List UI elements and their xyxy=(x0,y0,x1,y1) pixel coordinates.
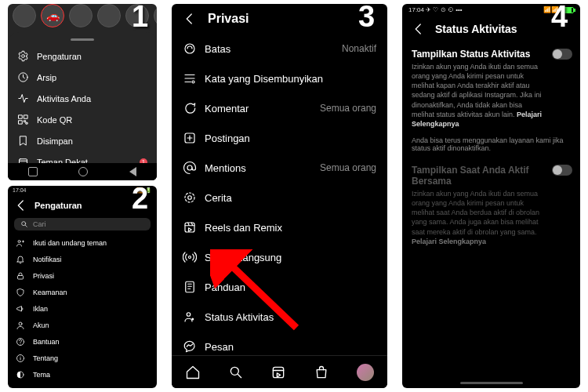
privacy-item-mentions[interactable]: Mentions Semua orang xyxy=(172,153,387,183)
reels-icon[interactable] xyxy=(270,365,286,380)
back-icon[interactable] xyxy=(183,12,197,26)
screenshot-1-profile-menu: 🚗 Pengaturan Arsip Aktivitas Anda Kode Q… xyxy=(8,4,157,180)
story-avatar[interactable] xyxy=(125,4,149,27)
item-label: Status Aktivitas xyxy=(205,311,274,323)
toggle-desc: Izinkan akun yang Anda ikuti dan semua o… xyxy=(412,189,571,246)
sheet-handle[interactable] xyxy=(71,38,94,41)
menu-item-pengaturan[interactable]: Pengaturan xyxy=(8,45,157,67)
recents-button[interactable] xyxy=(28,167,38,176)
back-icon[interactable] xyxy=(14,198,28,212)
menu-label: Pengaturan xyxy=(37,52,82,61)
settings-item-keamanan[interactable]: Keamanan xyxy=(8,284,157,300)
header: Privasi xyxy=(172,4,387,34)
svg-point-11 xyxy=(19,322,22,325)
story-icon xyxy=(183,191,197,205)
toggle-desc: Izinkan akun yang Anda ikuti dan semua o… xyxy=(412,62,571,129)
menu-item-aktivitas[interactable]: Aktivitas Anda xyxy=(8,88,157,109)
gear-icon xyxy=(17,50,29,62)
lock-icon xyxy=(16,271,25,281)
svg-rect-4 xyxy=(19,121,22,124)
status-right: 📶📶 xyxy=(543,6,574,13)
screenshot-4-status-aktivitas: 17:04 ✈ ♡ ⊙ ⏲ ••• 📶📶 Status Aktivitas Ta… xyxy=(402,4,580,388)
info-note: Anda bisa terus menggunakan layanan kami… xyxy=(402,136,580,158)
bell-icon xyxy=(16,255,25,264)
menu-label: Disimpan xyxy=(37,136,73,146)
back-button[interactable] xyxy=(129,167,136,176)
shop-icon[interactable] xyxy=(314,365,329,380)
limits-icon xyxy=(183,42,197,56)
item-label: Postingan xyxy=(205,132,250,144)
home-icon[interactable] xyxy=(185,365,201,380)
info-icon xyxy=(16,354,25,363)
learn-more-link[interactable]: Pelajari Selengkapnya xyxy=(412,238,486,245)
status-bar: 17:04 📶 🔋 xyxy=(8,186,157,197)
search-icon[interactable] xyxy=(228,365,244,380)
menu-label: Arsip xyxy=(37,73,56,82)
privacy-item-panduan[interactable]: Panduan xyxy=(172,272,387,302)
toggle-item-aktif-bersama: Tampilkan Saat Anda Aktif Bersama Izinka… xyxy=(402,158,580,254)
screenshot-3-privasi: Privasi Batas Nonaktif Kata yang Disembu… xyxy=(172,4,387,388)
menu-label: Aktivitas Anda xyxy=(37,94,91,103)
settings-item-tentang[interactable]: Tentang xyxy=(8,350,157,366)
item-label: Siaran Langsung xyxy=(205,252,281,263)
item-value: Semua orang xyxy=(320,162,376,173)
profile-avatar[interactable] xyxy=(357,364,374,381)
settings-item-iklan[interactable]: Iklan xyxy=(8,300,157,317)
search-placeholder: Cari xyxy=(33,220,46,228)
story-avatar[interactable]: 🚗 xyxy=(41,4,64,27)
story-avatar[interactable] xyxy=(69,4,93,27)
settings-item-ikuti[interactable]: Ikuti dan undang teman xyxy=(8,234,157,251)
svg-point-20 xyxy=(188,196,192,200)
menu-item-arsip[interactable]: Arsip xyxy=(8,67,157,88)
svg-point-8 xyxy=(22,222,26,226)
settings-item-tema[interactable]: Tema xyxy=(8,366,157,383)
search-input[interactable]: Cari xyxy=(14,218,151,230)
svg-point-15 xyxy=(185,44,194,53)
settings-label: Notifikasi xyxy=(33,256,62,263)
settings-label: Tema xyxy=(33,371,50,379)
stories-row[interactable]: 🚗 xyxy=(8,4,157,32)
settings-label: Keamanan xyxy=(33,289,67,296)
home-button[interactable] xyxy=(78,167,88,176)
privacy-item-reels[interactable]: Reels dan Remix xyxy=(172,212,387,242)
add-friend-icon xyxy=(16,238,25,248)
story-avatar[interactable] xyxy=(13,4,36,27)
settings-label: Iklan xyxy=(33,305,48,313)
menu-item-disimpan[interactable]: Disimpan xyxy=(8,130,157,151)
settings-item-akun[interactable]: Akun xyxy=(8,317,157,333)
qr-icon xyxy=(17,114,29,125)
messenger-icon xyxy=(183,339,197,354)
bookmark-icon xyxy=(17,135,29,147)
status-icons: 📶 🔋 xyxy=(136,187,152,195)
privacy-item-batas[interactable]: Batas Nonaktif xyxy=(172,34,387,64)
item-label: Kata yang Disembunyikan xyxy=(205,73,323,85)
settings-item-privasi[interactable]: Privasi xyxy=(8,267,157,284)
story-avatar[interactable] xyxy=(154,4,157,27)
back-icon[interactable] xyxy=(412,22,426,36)
status-time: 17:04 ✈ ♡ ⊙ ⏲ ••• xyxy=(408,6,463,13)
privacy-item-cerita[interactable]: Cerita xyxy=(172,183,387,212)
comment-icon xyxy=(183,101,197,115)
bottom-nav xyxy=(172,355,387,388)
toggle-switch[interactable] xyxy=(552,49,572,60)
privacy-item-status-aktivitas[interactable]: Status Aktivitas xyxy=(172,302,387,332)
svg-point-28 xyxy=(230,367,238,375)
menu-item-kode-qr[interactable]: Kode QR xyxy=(8,109,157,130)
privacy-item-siaran[interactable]: Siaran Langsung xyxy=(172,242,387,272)
item-label: Komentar xyxy=(205,103,312,114)
item-value: Semua orang xyxy=(320,103,376,114)
mention-icon xyxy=(183,161,197,175)
settings-label: Akun xyxy=(33,321,49,329)
toggle-switch[interactable] xyxy=(552,165,572,176)
privacy-item-kata[interactable]: Kata yang Disembunyikan xyxy=(172,64,387,93)
svg-point-18 xyxy=(187,165,192,170)
settings-item-notifikasi[interactable]: Notifikasi xyxy=(8,251,157,267)
svg-point-0 xyxy=(22,55,25,58)
settings-item-bantuan[interactable]: Bantuan xyxy=(8,333,157,350)
privacy-item-komentar[interactable]: Komentar Semua orang xyxy=(172,93,387,123)
privacy-item-postingan[interactable]: Postingan xyxy=(172,123,387,153)
page-title: Privasi xyxy=(208,12,249,26)
story-avatar[interactable] xyxy=(97,4,121,27)
post-icon xyxy=(183,131,197,145)
gesture-bar[interactable] xyxy=(460,382,523,384)
